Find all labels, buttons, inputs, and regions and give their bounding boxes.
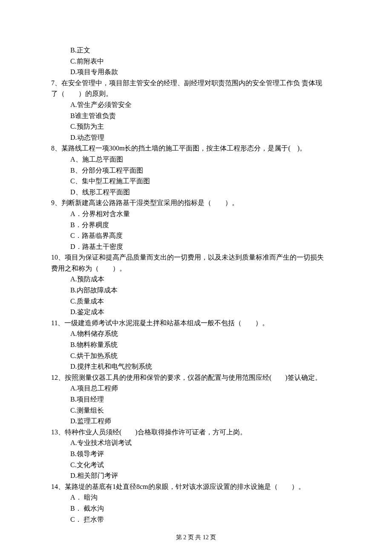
option-d: D.相关部门考评	[51, 470, 341, 481]
option-c: C.预防为主	[51, 121, 341, 132]
option-a: A．分界相对含水量	[51, 208, 341, 220]
option-b: B.领导考评	[51, 448, 341, 460]
option-b: B． 截水沟	[51, 503, 341, 514]
option-b: B.物料称量系统	[51, 339, 341, 350]
question-stem: 8、某路线工程一项300m长的挡土墙的施工平面图，按主体工程形态分，是属于( )…	[51, 143, 341, 154]
question-stem: 12、按照测量仪器工具的使用和保管的要求，仪器的配置与使用范围应经( )签认确定…	[51, 372, 341, 383]
question-stem: 11、一级建造师考试中水泥混凝土拌和站基本组成一般不包括（ ）。	[51, 318, 341, 329]
question-stem: 7、在安全管理中，项目部主管安全的经理、副经理对职责范围内的安全管理工作负 责体…	[51, 78, 341, 89]
option-a: A.管生产必须管安全	[51, 99, 341, 110]
option-d: D.监理工程师	[51, 416, 341, 427]
option-a: A、施工总平面图	[51, 154, 341, 165]
option-a: A.预防成本	[51, 274, 341, 285]
question-stem: 了（ ）的原则。	[51, 88, 341, 99]
option-b: B、分部分项工程平面图	[51, 165, 341, 176]
option-a: A.项目总工程师	[51, 383, 341, 394]
document-page: B.正文 C.前附表中 D.项目专用条款 7、在安全管理中，项目部主管安全的经理…	[0, 0, 392, 555]
option-d: D.搅拌主机和电气控制系统	[51, 361, 341, 372]
option-c: C、集中型工程施工平面图	[51, 176, 341, 187]
option-d: D.动态管理	[51, 132, 341, 143]
option-b: B．分界稠度	[51, 220, 341, 231]
option-d: D．路基土干密度	[51, 241, 341, 252]
option-c: C.前附表中	[51, 56, 341, 67]
option-b: B.内部故障成本	[51, 285, 341, 296]
question-stem: 费用之和称为（ ）。	[51, 263, 341, 274]
option-a: A.专业技术培训考试	[51, 437, 341, 448]
question-stem: 9、判断新建高速公路路基干湿类型宜采用的指标是（ ）。	[51, 197, 341, 208]
option-c: C.烘干加热系统	[51, 350, 341, 361]
option-c: C． 拦水带	[51, 514, 341, 525]
question-stem: 10、项目为保证和提高产品质量而支出的一切费用，以及未达到质量标准而产生的一切损…	[51, 252, 341, 263]
option-a: A． 暗沟	[51, 492, 341, 503]
option-d: D.项目专用条款	[51, 66, 341, 78]
option-d: D、线形工程平面图	[51, 187, 341, 198]
option-b: B谁主管谁负责	[51, 110, 341, 121]
question-stem: 13、特种作业人员须经( )合格取得操作许可证者，方可上岗。	[51, 427, 341, 438]
option-c: C.文化考试	[51, 460, 341, 471]
option-b: B.项目经理	[51, 394, 341, 405]
page-footer: 第 2 页 共 12 页	[0, 533, 392, 542]
option-b: B.正文	[51, 45, 341, 56]
option-c: C.测量组长	[51, 405, 341, 416]
option-c: C.质量成本	[51, 296, 341, 307]
question-stem: 14、某路堤的基底有1处直径8cm的泉眼，针对该水源应设置的排水设施是（ ）。	[51, 481, 341, 492]
option-d: D.鉴定成本	[51, 306, 341, 318]
option-a: A.物料储存系统	[51, 328, 341, 339]
option-c: C．路基临界高度	[51, 230, 341, 241]
